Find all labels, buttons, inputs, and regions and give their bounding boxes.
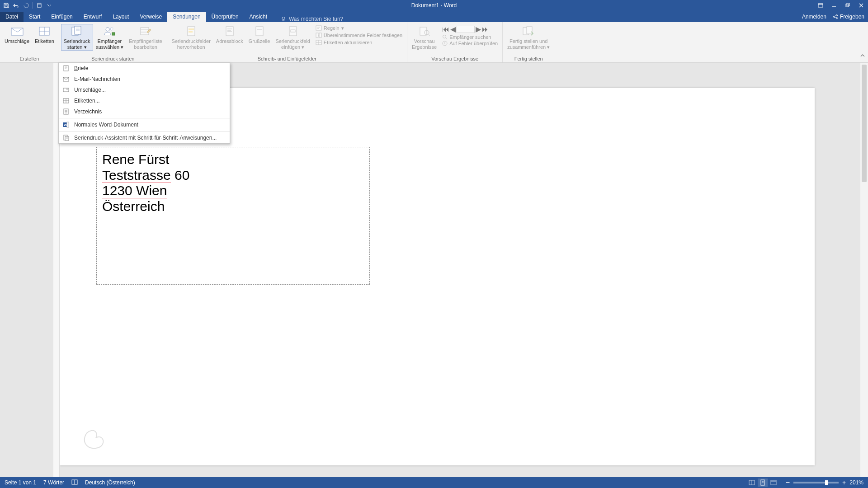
save-button[interactable] xyxy=(3,2,10,9)
menu-item-letters[interactable]: Briefe xyxy=(59,63,230,74)
svg-rect-31 xyxy=(226,27,233,36)
menu-item-normal-doc[interactable]: W Normales Word-Dokument xyxy=(59,119,230,130)
svg-rect-7 xyxy=(846,4,849,7)
menu-separator-2 xyxy=(59,131,230,131)
menu-item-directory[interactable]: Verzeichnis xyxy=(59,106,230,117)
record-number-input[interactable] xyxy=(457,26,475,33)
ribbon-display-button[interactable] xyxy=(814,0,827,11)
touch-mode-button[interactable] xyxy=(36,2,43,9)
menu-item-envelopes[interactable]: Umschläge... xyxy=(59,84,230,95)
undo-button[interactable] xyxy=(13,2,20,9)
start-mailmerge-button[interactable]: Seriendruck starten ▾ xyxy=(61,24,93,51)
share-label: Freigeben xyxy=(840,14,864,20)
check-errors-button[interactable]: Auf Fehler überprüfen xyxy=(442,41,498,46)
share-button[interactable]: Freigeben xyxy=(833,14,864,20)
find-recipient-button[interactable]: Empfänger suchen xyxy=(442,34,498,40)
word-count[interactable]: 7 Wörter xyxy=(43,479,64,486)
window-title: Dokument1 - Word xyxy=(411,2,457,9)
address-block-button[interactable]: Adressblock xyxy=(213,24,246,45)
rules-button[interactable]: Regeln ▾ xyxy=(316,25,402,31)
read-mode-button[interactable] xyxy=(747,479,757,487)
redo-button[interactable] xyxy=(23,2,30,9)
share-icon xyxy=(833,14,838,19)
greeting-line-button[interactable]: Grußzeile xyxy=(246,24,273,45)
wizard-icon xyxy=(62,134,70,141)
scrollbar-thumb[interactable] xyxy=(862,65,867,182)
envelopes-button[interactable]: Umschläge xyxy=(2,24,32,45)
match-fields-button[interactable]: Übereinstimmende Felder festlegen xyxy=(316,32,402,38)
tab-mailings[interactable]: Sendungen xyxy=(167,12,206,22)
svg-rect-5 xyxy=(818,4,823,5)
insert-field-icon xyxy=(286,25,300,38)
edit-recipients-button[interactable]: Empfängerliste bearbeiten xyxy=(126,24,165,51)
zoom-slider[interactable] xyxy=(793,482,839,483)
highlight-fields-button[interactable]: Seriendruckfelder hervorheben xyxy=(169,24,213,51)
check-icon xyxy=(442,41,448,46)
tell-me-search[interactable]: Was möchten Sie tun? xyxy=(281,16,343,22)
tab-start[interactable]: Start xyxy=(24,12,46,22)
collapse-ribbon-button[interactable] xyxy=(860,52,865,61)
tab-insert[interactable]: Einfügen xyxy=(46,12,78,22)
spell-check-button[interactable] xyxy=(71,479,78,487)
ribbon: Umschläge Etiketten Erstellen Seriendruc… xyxy=(0,22,868,63)
svg-rect-40 xyxy=(316,33,318,38)
tab-references[interactable]: Verweise xyxy=(134,12,167,22)
language-indicator[interactable]: Deutsch (Österreich) xyxy=(85,479,135,486)
window-controls xyxy=(814,0,868,11)
preview-results-button[interactable]: Vorschau Ergebnisse xyxy=(409,24,439,51)
ribbon-tabs: Datei Start Einfügen Entwurf Layout Verw… xyxy=(0,11,868,22)
menu-item-wizard[interactable]: Seriendruck-Assistent mit Schritt-für-Sc… xyxy=(59,132,230,143)
nav-first-button[interactable]: ⏮ xyxy=(442,25,449,33)
menu-item-email[interactable]: E-Mail-Nachrichten xyxy=(59,74,230,84)
maximize-button[interactable] xyxy=(841,0,854,11)
menu-item-labels[interactable]: Etiketten... xyxy=(59,95,230,106)
email-icon xyxy=(62,75,70,83)
select-recipients-button[interactable]: Empfänger auswählen ▾ xyxy=(93,24,127,51)
tab-view[interactable]: Ansicht xyxy=(244,12,273,22)
address-text[interactable]: Rene Fürst Teststrasse 60 1230 Wien Öste… xyxy=(102,152,364,214)
menu-separator xyxy=(59,118,230,118)
svg-point-23 xyxy=(110,28,113,30)
minimize-button[interactable] xyxy=(827,0,841,11)
finish-merge-button[interactable]: Fertig stellen und zusammenführen ▾ xyxy=(505,24,552,51)
envelope-small-icon xyxy=(62,86,70,94)
group-label-start-mm: Seriendruck starten xyxy=(59,56,167,62)
zoom-level[interactable]: 201% xyxy=(849,479,863,486)
svg-rect-51 xyxy=(64,66,68,71)
labels-icon xyxy=(37,25,52,38)
envelope-icon xyxy=(10,25,24,38)
group-create: Umschläge Etiketten Erstellen xyxy=(0,22,59,62)
group-label-finish: Fertig stellen xyxy=(503,56,554,62)
letter-icon xyxy=(62,65,70,72)
group-label-preview: Vorschau Ergebnisse xyxy=(407,56,502,62)
view-buttons xyxy=(747,479,778,487)
group-label-create: Erstellen xyxy=(0,56,59,62)
nav-prev-button[interactable]: ◀ xyxy=(450,25,456,33)
page-indicator[interactable]: Seite 1 von 1 xyxy=(5,479,36,486)
svg-rect-30 xyxy=(189,31,193,33)
print-layout-button[interactable] xyxy=(758,479,768,487)
close-button[interactable] xyxy=(854,0,868,11)
tab-review[interactable]: Überprüfen xyxy=(206,12,244,22)
update-labels-button[interactable]: Etiketten aktualisieren xyxy=(316,39,402,46)
svg-rect-29 xyxy=(189,28,194,30)
insert-merge-field-button[interactable]: Seriendruckfeld einfügen ▾ xyxy=(273,24,312,51)
group-preview: Vorschau Ergebnisse ⏮ ◀ ▶ ⏭ Empfänger su… xyxy=(407,22,503,62)
nav-next-button[interactable]: ▶ xyxy=(476,25,481,33)
signin-link[interactable]: Anmelden xyxy=(802,14,826,20)
labels-button[interactable]: Etiketten xyxy=(32,24,57,45)
tab-file[interactable]: Datei xyxy=(0,12,24,22)
nav-last-button[interactable]: ⏭ xyxy=(482,25,489,33)
svg-point-9 xyxy=(282,17,285,19)
book-icon xyxy=(71,479,78,485)
edit-list-icon xyxy=(138,25,153,38)
directory-icon xyxy=(62,108,70,115)
vertical-scrollbar[interactable] xyxy=(860,63,868,477)
status-bar: Seite 1 von 1 7 Wörter Deutsch (Österrei… xyxy=(0,477,868,488)
label-frame[interactable]: Rene Fürst Teststrasse 60 1230 Wien Öste… xyxy=(96,147,370,285)
tab-layout[interactable]: Layout xyxy=(107,12,134,22)
qat-customize-button[interactable] xyxy=(46,2,53,9)
tab-design[interactable]: Entwurf xyxy=(78,12,108,22)
web-layout-button[interactable] xyxy=(769,479,778,487)
recipients-icon xyxy=(102,25,117,38)
